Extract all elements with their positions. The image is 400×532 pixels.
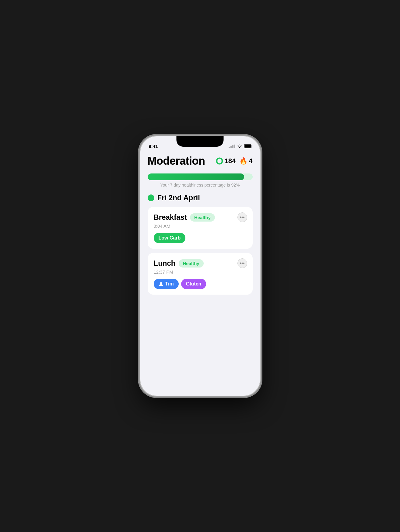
tim-tag[interactable]: Tim	[154, 279, 179, 289]
carb-count: 184	[225, 157, 236, 165]
lunch-card-header: Lunch Healthy •••	[154, 258, 247, 268]
progress-section: Your 7 day healthiness percentage is 92%	[148, 173, 253, 187]
status-icons	[229, 144, 251, 148]
svg-point-1	[160, 282, 162, 284]
lunch-name: Lunch	[154, 259, 176, 268]
progress-bar-fill	[148, 173, 244, 180]
tim-label: Tim	[165, 281, 174, 287]
day-header: Fri 2nd April	[148, 194, 253, 202]
battery-fill	[244, 145, 251, 148]
header-stats: 184 🔥 4	[216, 157, 253, 165]
battery-icon	[244, 144, 251, 148]
day-dot	[148, 194, 154, 201]
low-carb-tag[interactable]: Low Carb	[154, 233, 186, 243]
phone-frame: 9:41 Moderation	[140, 136, 260, 396]
breakfast-more-button[interactable]: •••	[237, 212, 247, 222]
breakfast-title-row: Breakfast Healthy	[154, 213, 215, 222]
lunch-card[interactable]: Lunch Healthy ••• 12:37 PM Tim Gluten	[148, 253, 253, 295]
gluten-tag[interactable]: Gluten	[181, 279, 206, 289]
status-time: 9:41	[149, 144, 158, 149]
person-icon	[159, 282, 163, 286]
breakfast-card[interactable]: Breakfast Healthy ••• 8:04 AM Low Carb	[148, 207, 253, 249]
carb-stat: 184	[216, 157, 236, 165]
app-title: Moderation	[148, 155, 205, 167]
lunch-time: 12:37 PM	[154, 269, 247, 275]
lunch-more-button[interactable]: •••	[237, 258, 247, 268]
streak-stat: 🔥 4	[239, 157, 252, 165]
main-content: Moderation 184 🔥 4	[140, 152, 260, 396]
notch	[177, 136, 224, 147]
progress-label: Your 7 day healthiness percentage is 92%	[148, 183, 253, 187]
lunch-tags: Tim Gluten	[154, 279, 247, 289]
breakfast-time: 8:04 AM	[154, 223, 247, 229]
signal-icon	[229, 145, 235, 148]
streak-count: 4	[249, 157, 252, 165]
lunch-title-row: Lunch Healthy	[154, 259, 204, 268]
breakfast-tags: Low Carb	[154, 233, 247, 243]
day-title: Fri 2nd April	[157, 194, 200, 202]
wifi-icon	[237, 144, 242, 148]
carb-icon	[216, 157, 223, 165]
breakfast-card-header: Breakfast Healthy •••	[154, 212, 247, 222]
app-header: Moderation 184 🔥 4	[148, 155, 253, 167]
breakfast-badge: Healthy	[190, 213, 215, 222]
progress-bar-track	[148, 173, 253, 180]
flame-icon: 🔥	[239, 157, 247, 165]
breakfast-name: Breakfast	[154, 213, 187, 222]
lunch-badge: Healthy	[179, 259, 204, 268]
